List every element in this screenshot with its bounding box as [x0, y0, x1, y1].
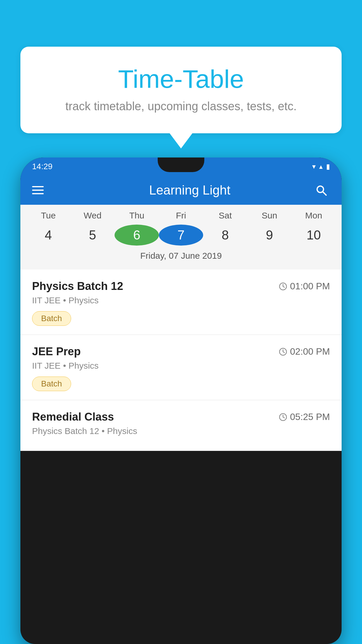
class-time-2: 05:25 PM — [279, 412, 330, 422]
app-bar: Learning Light — [20, 176, 342, 205]
day-number-9[interactable]: 9 — [247, 225, 292, 245]
day-header-sun: Sun — [247, 211, 292, 223]
speech-bubble: Time-Table track timetable, upcoming cla… — [20, 47, 342, 133]
day-number-wrap-5[interactable]: 5 — [71, 223, 115, 247]
class-item-header-0: Physics Batch 1201:00 PM — [32, 280, 330, 293]
selected-date-label: Friday, 07 June 2019 — [20, 247, 342, 267]
svg-line-10 — [283, 417, 284, 418]
day-number-wrap-8[interactable]: 8 — [203, 223, 247, 247]
class-item-header-1: JEE Prep02:00 PM — [32, 345, 330, 358]
day-number-wrap-9[interactable]: 9 — [247, 223, 292, 247]
bubble-subtitle: track timetable, upcoming classes, tests… — [41, 100, 321, 113]
class-item-2[interactable]: Remedial Class05:25 PMPhysics Batch 12 •… — [20, 400, 342, 451]
day-header-mon: Mon — [291, 211, 336, 223]
class-meta-2: Physics Batch 12 • Physics — [32, 426, 330, 436]
batch-badge-1: Batch — [32, 377, 71, 391]
day-number-5[interactable]: 5 — [71, 225, 115, 245]
svg-line-1 — [323, 192, 326, 195]
svg-line-7 — [283, 352, 284, 353]
day-numbers: 45678910 — [20, 223, 342, 247]
day-number-7[interactable]: 7 — [159, 225, 203, 246]
class-name-2: Remedial Class — [32, 411, 114, 423]
class-meta-0: IIT JEE • Physics — [32, 295, 330, 305]
day-number-wrap-4[interactable]: 4 — [26, 223, 71, 247]
class-item-header-2: Remedial Class05:25 PM — [32, 411, 330, 423]
app-title: Learning Light — [55, 183, 324, 197]
day-number-8[interactable]: 8 — [203, 225, 247, 245]
day-headers: TueWedThuFriSatSunMon — [20, 211, 342, 223]
day-header-thu: Thu — [115, 211, 159, 223]
class-time-1: 02:00 PM — [279, 346, 330, 357]
status-icons: ▾ ▴ ▮ — [312, 162, 330, 171]
day-number-4[interactable]: 4 — [26, 225, 71, 245]
class-meta-1: IIT JEE • Physics — [32, 361, 330, 371]
bubble-title: Time-Table — [41, 64, 321, 94]
class-item-0[interactable]: Physics Batch 1201:00 PMIIT JEE • Physic… — [20, 270, 342, 335]
calendar-strip: TueWedThuFriSatSunMon 45678910 Friday, 0… — [20, 205, 342, 270]
search-button[interactable] — [312, 181, 330, 199]
class-name-1: JEE Prep — [32, 345, 81, 358]
status-bar: 14:29 ▾ ▴ ▮ — [20, 158, 342, 176]
batch-badge-0: Batch — [32, 311, 71, 326]
status-time: 14:29 — [32, 162, 52, 171]
signal-icon: ▴ — [319, 162, 323, 171]
day-header-wed: Wed — [71, 211, 115, 223]
day-number-wrap-6[interactable]: 6 — [115, 223, 159, 247]
class-time-0: 01:00 PM — [279, 281, 330, 292]
battery-icon: ▮ — [326, 162, 330, 171]
class-name-0: Physics Batch 12 — [32, 280, 123, 293]
hamburger-menu-button[interactable] — [32, 186, 44, 194]
day-number-wrap-7[interactable]: 7 — [159, 223, 203, 247]
day-header-fri: Fri — [159, 211, 203, 223]
classes-list: Physics Batch 1201:00 PMIIT JEE • Physic… — [20, 270, 342, 451]
phone-frame: 14:29 ▾ ▴ ▮ Learning Light TueWedThuFriS… — [20, 158, 342, 644]
day-header-tue: Tue — [26, 211, 71, 223]
class-item-1[interactable]: JEE Prep02:00 PMIIT JEE • PhysicsBatch — [20, 335, 342, 400]
svg-line-4 — [283, 286, 284, 287]
wifi-icon: ▾ — [312, 162, 316, 171]
day-number-10[interactable]: 10 — [291, 225, 336, 245]
day-number-6[interactable]: 6 — [115, 225, 159, 246]
day-number-wrap-10[interactable]: 10 — [291, 223, 336, 247]
day-header-sat: Sat — [203, 211, 247, 223]
